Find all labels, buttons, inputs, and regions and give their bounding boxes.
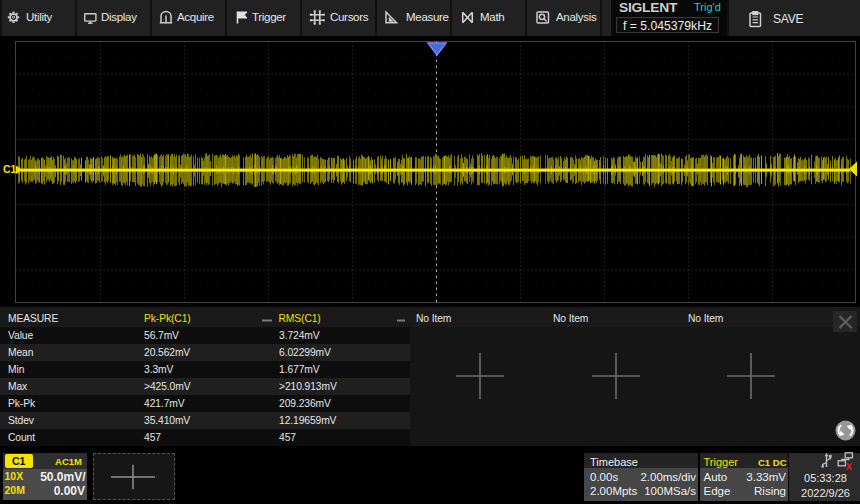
svg-text:C1: C1 (3, 163, 17, 175)
svg-text:x: x (846, 459, 853, 473)
